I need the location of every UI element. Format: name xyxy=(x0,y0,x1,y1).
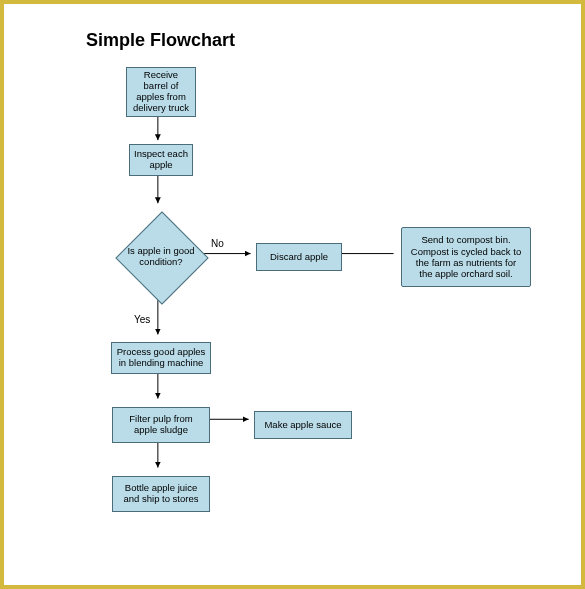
node-compost-note: Send to compost bin. Compost is cycled b… xyxy=(401,227,531,287)
node-discard: Discard apple xyxy=(256,243,342,271)
document-frame: Simple Flowchart xyxy=(0,0,585,589)
node-inspect: Inspect each apple xyxy=(129,144,193,176)
decision-text: Is apple in good condition? xyxy=(115,211,207,303)
node-bottle: Bottle apple juice and ship to stores xyxy=(112,476,210,512)
node-filter: Filter pulp from apple sludge xyxy=(112,407,210,443)
node-decision: Is apple in good condition? xyxy=(115,211,207,303)
edge-label-no: No xyxy=(211,238,224,249)
node-receive: Receive barrel of apples from delivery t… xyxy=(126,67,196,117)
node-process: Process good apples in blending machine xyxy=(111,342,211,374)
edge-label-yes: Yes xyxy=(134,314,150,325)
connectors xyxy=(4,4,581,585)
flowchart-canvas: Receive barrel of apples from delivery t… xyxy=(4,4,581,585)
node-make-sauce: Make apple sauce xyxy=(254,411,352,439)
